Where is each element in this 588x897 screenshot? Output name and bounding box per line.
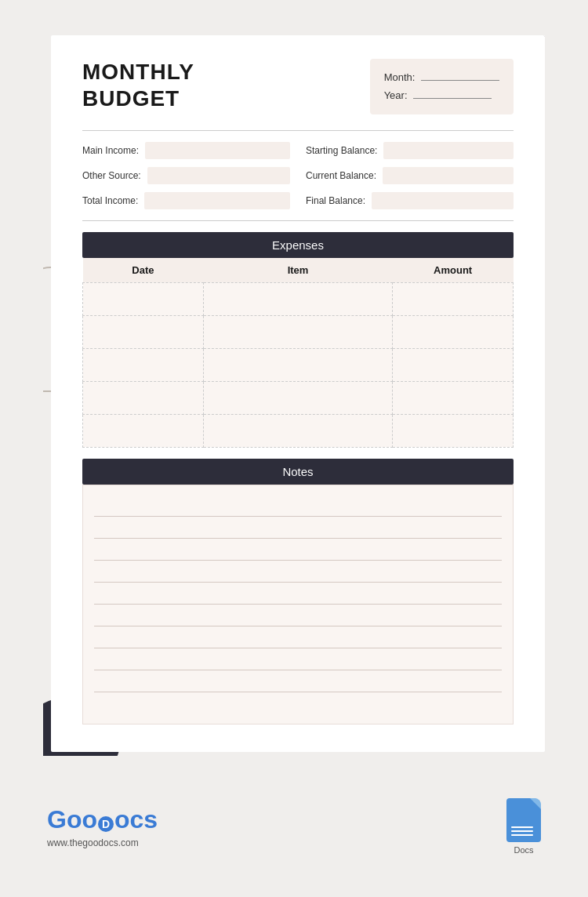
expense-item-2[interactable] — [203, 315, 393, 348]
note-line[interactable] — [94, 583, 502, 605]
table-row — [83, 414, 514, 447]
other-source-field[interactable] — [147, 167, 290, 184]
note-line[interactable] — [94, 561, 502, 583]
logo-area: GooDocs www.thegoodocs.com — [47, 805, 158, 848]
expense-item-1[interactable] — [203, 282, 393, 315]
divider-1 — [82, 130, 514, 131]
expenses-header: Expenses — [82, 232, 514, 258]
other-source-row: Other Source: — [82, 167, 290, 184]
expense-item-3[interactable] — [203, 348, 393, 381]
final-balance-row: Final Balance: — [306, 192, 514, 209]
month-row: Month: — [384, 68, 499, 86]
docs-icon-area: Docs — [506, 798, 541, 855]
table-row — [83, 348, 514, 381]
month-year-box: Month: Year: — [370, 59, 514, 114]
expense-date-1[interactable] — [83, 282, 204, 315]
expenses-table: Date Item Amount — [82, 258, 514, 448]
table-row — [83, 315, 514, 348]
doc-header: MONTHLY BUDGET Month: Year: — [82, 59, 514, 114]
expense-date-3[interactable] — [83, 348, 204, 381]
document: MONTHLY BUDGET Month: Year: Main Income:… — [51, 35, 545, 752]
current-balance-field[interactable] — [383, 167, 514, 184]
income-section: Main Income: Starting Balance: Other Sou… — [82, 142, 514, 209]
docs-icon-line — [511, 834, 533, 836]
main-income-field[interactable] — [145, 142, 290, 159]
note-line[interactable] — [94, 692, 502, 714]
starting-balance-row: Starting Balance: — [306, 142, 514, 159]
total-income-row: Total Income: — [82, 192, 290, 209]
starting-balance-field[interactable] — [383, 142, 514, 159]
expense-item-5[interactable] — [203, 414, 393, 447]
doc-title: MONTHLY BUDGET — [82, 59, 194, 111]
docs-icon-lines — [511, 826, 536, 836]
total-income-field[interactable] — [144, 192, 290, 209]
expense-amount-1[interactable] — [393, 282, 514, 315]
expense-amount-2[interactable] — [393, 315, 514, 348]
notes-section: Notes — [82, 459, 514, 724]
year-field[interactable] — [413, 98, 492, 99]
expense-date-5[interactable] — [83, 414, 204, 447]
notes-header: Notes — [82, 459, 514, 485]
divider-2 — [82, 220, 514, 221]
note-line[interactable] — [94, 670, 502, 692]
final-balance-field[interactable] — [372, 192, 514, 209]
note-line[interactable] — [94, 517, 502, 539]
logo-url: www.thegoodocs.com — [47, 837, 158, 848]
expense-amount-5[interactable] — [393, 414, 514, 447]
note-line[interactable] — [94, 626, 502, 648]
expense-date-2[interactable] — [83, 315, 204, 348]
col-amount: Amount — [393, 258, 514, 283]
note-line[interactable] — [94, 605, 502, 626]
note-line[interactable] — [94, 539, 502, 561]
expense-date-4[interactable] — [83, 381, 204, 414]
table-row — [83, 381, 514, 414]
expense-amount-3[interactable] — [393, 348, 514, 381]
col-date: Date — [83, 258, 204, 283]
docs-file-icon — [506, 798, 541, 842]
note-line[interactable] — [94, 495, 502, 517]
expenses-body — [83, 282, 514, 447]
docs-label: Docs — [514, 845, 533, 855]
col-item: Item — [203, 258, 393, 283]
expenses-section: Expenses Date Item Amount — [82, 232, 514, 448]
table-row — [83, 282, 514, 315]
logo: GooDocs — [47, 805, 158, 834]
footer: GooDocs www.thegoodocs.com Docs — [0, 756, 588, 897]
expense-amount-4[interactable] — [393, 381, 514, 414]
docs-icon-line — [511, 830, 533, 832]
expense-item-4[interactable] — [203, 381, 393, 414]
current-balance-row: Current Balance: — [306, 167, 514, 184]
year-row: Year: — [384, 86, 499, 104]
notes-lines-container[interactable] — [82, 485, 514, 724]
month-field[interactable] — [421, 80, 499, 81]
docs-icon-line — [511, 826, 533, 828]
note-line[interactable] — [94, 648, 502, 670]
main-income-row: Main Income: — [82, 142, 290, 159]
